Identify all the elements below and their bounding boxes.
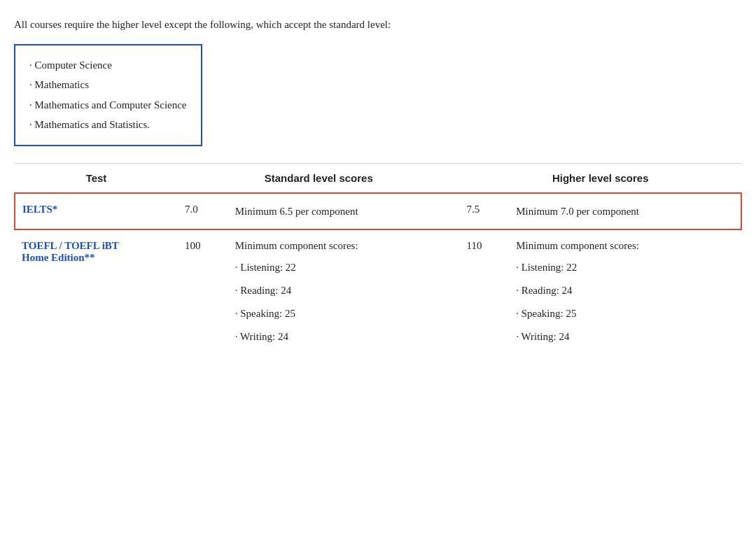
table-row: IELTS* 7.0 Minimum 6.5 per component 7.5… [15,193,741,230]
standard-level-list: Computer Science Mathematics Mathematics… [14,44,202,146]
col-header-standard: Standard level scores [178,163,459,193]
toefl-higher-list: Listening: 22 Reading: 24 Speaking: 25 W… [516,256,734,348]
list-item: Mathematics [29,75,187,95]
ielts-standard-desc: Minimum 6.5 per component [228,193,460,230]
list-item: Listening: 22 [516,256,734,279]
list-item: Reading: 24 [516,279,734,302]
ielts-standard-score: 7.0 [178,193,228,230]
list-item: Writing: 24 [516,325,734,348]
list-item: Speaking: 25 [235,302,453,325]
toefl-higher-score: 110 [460,229,510,358]
table-row: TOEFL / TOEFL iBT Home Edition** 100 Min… [15,229,741,358]
toefl-higher-desc: Minimum component scores: Listening: 22 … [509,229,741,358]
col-header-test: Test [15,163,178,193]
list-item: Reading: 24 [235,279,453,302]
ielts-link[interactable]: IELTS* [22,204,57,215]
list-item: Speaking: 25 [516,302,734,325]
ielts-higher-score: 7.5 [460,193,510,230]
toefl-link[interactable]: TOEFL / TOEFL iBT [22,240,119,251]
ielts-higher-desc: Minimum 7.0 per component [509,193,741,230]
ielts-test-name: IELTS* [15,193,178,230]
toefl-standard-score: 100 [178,229,228,358]
list-item: Mathematics and Computer Science [29,95,187,115]
list-item: Mathematics and Statistics. [29,115,187,135]
list-item: Computer Science [29,55,187,76]
col-header-higher: Higher level scores [460,163,742,193]
toefl-standard-desc: Minimum component scores: Listening: 22 … [228,229,460,358]
toefl-test-name: TOEFL / TOEFL iBT Home Edition** [15,229,178,358]
toefl-home-edition-link[interactable]: Home Edition** [22,252,95,263]
list-item: Writing: 24 [235,325,453,348]
intro-text: All courses require the higher level exc… [14,17,742,33]
scores-table: Test Standard level scores Higher level … [14,163,742,359]
list-item: Listening: 22 [235,256,453,279]
toefl-standard-list: Listening: 22 Reading: 24 Speaking: 25 W… [235,256,453,348]
